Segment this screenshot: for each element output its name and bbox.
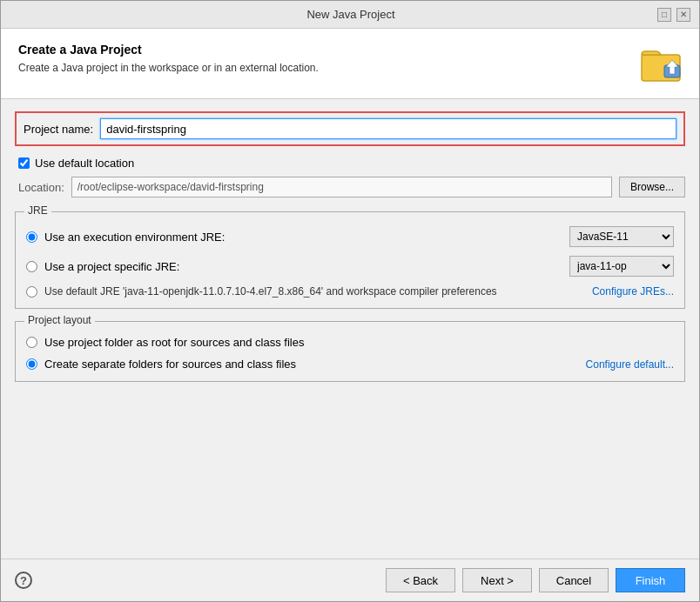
layout-separate-folders-label[interactable]: Create separate folders for sources and … xyxy=(44,358,296,371)
folder-icon xyxy=(640,43,682,84)
minimize-button[interactable]: □ xyxy=(657,8,671,22)
layout-radio2-row: Create separate folders for sources and … xyxy=(26,358,674,371)
use-default-location-checkbox[interactable] xyxy=(18,157,30,169)
use-default-location-row: Use default location xyxy=(15,157,685,170)
help-button[interactable]: ? xyxy=(15,572,32,589)
cancel-button[interactable]: Cancel xyxy=(539,568,609,592)
footer-right: < Back Next > Cancel Finish xyxy=(386,568,685,592)
use-default-location-label[interactable]: Use default location xyxy=(35,157,134,170)
titlebar-controls: □ ✕ xyxy=(657,8,690,22)
jre-project-specific-label[interactable]: Use a project specific JRE: xyxy=(44,260,179,273)
project-name-row: Project name: xyxy=(15,111,685,146)
new-java-project-dialog: New Java Project □ ✕ Create a Java Proje… xyxy=(0,0,700,602)
jre-radio2-row: Use a project specific JRE: java-11-op xyxy=(26,256,674,277)
dialog-description: Create a Java project in the workspace o… xyxy=(18,62,319,74)
configure-default-link[interactable]: Configure default... xyxy=(586,358,674,371)
project-name-label: Project name: xyxy=(24,123,93,136)
location-row: Location: Browse... xyxy=(15,177,685,197)
back-button[interactable]: < Back xyxy=(386,568,455,592)
jre-radio1-row: Use an execution environment JRE: JavaSE… xyxy=(26,226,674,247)
dialog-heading: Create a Java Project xyxy=(18,43,319,57)
close-button[interactable]: ✕ xyxy=(676,8,690,22)
footer-left: ? xyxy=(15,572,32,589)
dialog-title: New Java Project xyxy=(44,8,657,21)
layout-radio1-row: Use project folder as root for sources a… xyxy=(26,336,674,349)
browse-button[interactable]: Browse... xyxy=(619,177,685,197)
configure-jres-link[interactable]: Configure JREs... xyxy=(592,285,674,298)
java-project-icon xyxy=(640,43,682,84)
layout-group-label: Project layout xyxy=(24,314,95,326)
dialog-body: Create a Java Project Create a Java proj… xyxy=(1,29,699,601)
titlebar: New Java Project □ ✕ xyxy=(1,1,699,29)
jre-project-specific-radio[interactable] xyxy=(26,261,37,272)
jre-group-label: JRE xyxy=(24,204,51,217)
layout-project-folder-radio[interactable] xyxy=(26,337,37,348)
jre-radio3-row: Use default JRE 'java-11-openjdk-11.0.7.… xyxy=(26,285,674,298)
location-input[interactable] xyxy=(71,177,612,197)
finish-button[interactable]: Finish xyxy=(616,568,685,592)
next-button[interactable]: Next > xyxy=(462,568,532,592)
layout-group: Project layout Use project folder as roo… xyxy=(15,321,685,382)
jre-execution-env-select[interactable]: JavaSE-11 xyxy=(569,226,674,247)
footer-section: ? < Back Next > Cancel Finish xyxy=(1,559,699,601)
header-section: Create a Java Project Create a Java proj… xyxy=(1,29,699,99)
layout-project-folder-label[interactable]: Use project folder as root for sources a… xyxy=(44,336,304,349)
jre-group: JRE Use an execution environment JRE: Ja… xyxy=(15,211,685,309)
project-name-input[interactable] xyxy=(100,118,676,139)
location-label: Location: xyxy=(18,181,64,194)
jre-default-radio[interactable] xyxy=(26,286,37,298)
jre-execution-env-label[interactable]: Use an execution environment JRE: xyxy=(44,231,225,244)
header-text: Create a Java Project Create a Java proj… xyxy=(18,43,319,74)
layout-separate-folders-radio[interactable] xyxy=(26,358,37,370)
jre-default-label: Use default JRE 'java-11-openjdk-11.0.7.… xyxy=(44,285,585,298)
jre-project-specific-select[interactable]: java-11-op xyxy=(569,256,674,277)
jre-execution-env-radio[interactable] xyxy=(26,231,37,243)
content-section: Project name: Use default location Locat… xyxy=(1,99,699,559)
